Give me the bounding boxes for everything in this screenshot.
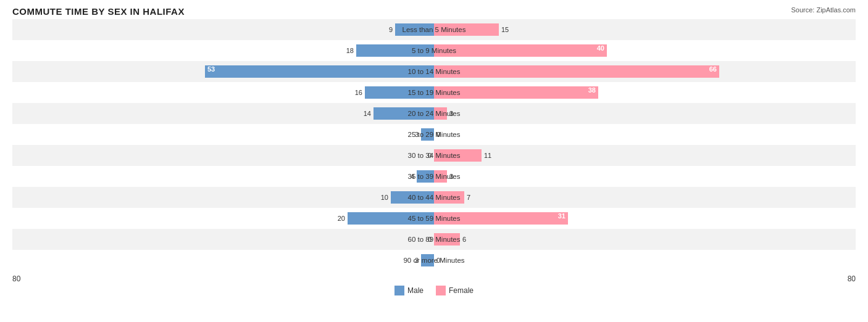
bar-row: 14320 to 24 Minutes bbox=[12, 103, 856, 124]
axis-label-left: 80 bbox=[12, 275, 20, 283]
female-bar: 38 bbox=[434, 86, 598, 99]
female-bar bbox=[434, 23, 499, 36]
male-value: 10 bbox=[381, 194, 388, 201]
male-value: 0 bbox=[428, 152, 432, 159]
bar-row: 3090 or more Minutes bbox=[12, 250, 856, 271]
male-bar bbox=[373, 107, 434, 120]
bar-row: 3025 to 29 Minutes bbox=[12, 124, 856, 145]
female-bar bbox=[434, 107, 447, 120]
female-value: 0 bbox=[436, 131, 440, 138]
female-value: 3 bbox=[449, 110, 453, 117]
legend: Male Female bbox=[12, 286, 856, 295]
axis-labels: 80 80 bbox=[12, 275, 856, 283]
female-value: 11 bbox=[484, 152, 491, 159]
female-bar bbox=[434, 149, 482, 162]
male-bar bbox=[391, 191, 434, 204]
source-text: Source: ZipAtlas.com bbox=[791, 6, 856, 14]
female-value: 40 bbox=[597, 44, 604, 52]
male-bar: 53 bbox=[205, 65, 434, 78]
legend-female-label: Female bbox=[449, 286, 474, 295]
female-value: 66 bbox=[709, 65, 717, 73]
female-swatch bbox=[436, 286, 446, 295]
male-bar bbox=[395, 23, 434, 36]
male-bar bbox=[356, 44, 434, 57]
male-bar bbox=[417, 170, 434, 183]
bar-row: 10740 to 44 Minutes bbox=[12, 187, 856, 208]
female-bar bbox=[434, 170, 447, 183]
male-value: 9 bbox=[389, 26, 393, 33]
male-bar bbox=[365, 86, 434, 99]
bar-row: 536610 to 14 Minutes bbox=[12, 61, 856, 82]
female-value: 6 bbox=[462, 236, 466, 243]
female-bar: 66 bbox=[434, 65, 719, 78]
female-bar: 31 bbox=[434, 212, 568, 225]
male-bar bbox=[348, 212, 434, 225]
bar-row: 203145 to 59 Minutes bbox=[12, 208, 856, 229]
legend-female: Female bbox=[436, 286, 474, 295]
female-value: 0 bbox=[436, 257, 440, 264]
bar-row: 915Less than 5 Minutes bbox=[12, 19, 856, 40]
male-value: 16 bbox=[355, 89, 362, 96]
male-value: 20 bbox=[338, 215, 345, 222]
male-value: 3 bbox=[415, 131, 419, 138]
bar-row: 18405 to 9 Minutes bbox=[12, 40, 856, 61]
female-value: 3 bbox=[449, 173, 453, 180]
bar-row: 0660 to 89 Minutes bbox=[12, 229, 856, 250]
legend-male: Male bbox=[394, 286, 424, 295]
bars-area: 915Less than 5 Minutes18405 to 9 Minutes… bbox=[12, 19, 856, 271]
male-value: 4 bbox=[411, 173, 414, 180]
legend-male-label: Male bbox=[407, 286, 424, 295]
male-value: 14 bbox=[364, 110, 371, 117]
male-value: 53 bbox=[207, 65, 215, 73]
chart-title: COMMUTE TIME BY SEX IN HALIFAX bbox=[12, 6, 856, 17]
female-value: 7 bbox=[467, 194, 470, 201]
male-bar bbox=[421, 128, 434, 141]
bar-row: 01130 to 34 Minutes bbox=[12, 145, 856, 166]
male-swatch bbox=[394, 286, 404, 295]
chart-container: COMMUTE TIME BY SEX IN HALIFAX Source: Z… bbox=[0, 0, 868, 322]
axis-label-right: 80 bbox=[848, 275, 856, 283]
male-value: 3 bbox=[415, 257, 419, 264]
female-bar bbox=[434, 233, 460, 246]
female-value: 15 bbox=[501, 26, 509, 33]
male-value: 0 bbox=[428, 236, 432, 243]
female-value: 38 bbox=[588, 86, 596, 94]
bar-row: 163815 to 19 Minutes bbox=[12, 82, 856, 103]
male-value: 18 bbox=[346, 47, 354, 54]
bar-row: 4335 to 39 Minutes bbox=[12, 166, 856, 187]
female-bar: 40 bbox=[434, 44, 607, 57]
female-value: 31 bbox=[558, 212, 565, 220]
female-bar bbox=[434, 191, 464, 204]
male-bar bbox=[421, 254, 434, 266]
